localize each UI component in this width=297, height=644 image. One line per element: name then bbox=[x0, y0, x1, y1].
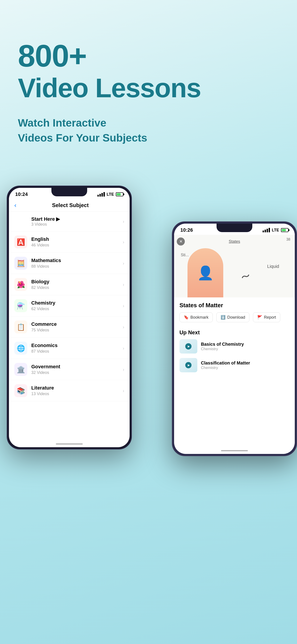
subject-name-biology: Biology bbox=[31, 279, 123, 285]
report-icon: 🚩 bbox=[257, 315, 262, 320]
subject-info-economics: Economics 87 Videos bbox=[31, 342, 123, 354]
subject-icon-biology: 🌺 bbox=[14, 278, 27, 291]
subject-item-government[interactable]: 🏛️ Government 32 Videos › bbox=[9, 359, 130, 380]
hero-section: 800+ Video Lessons Watch Interactive Vid… bbox=[0, 0, 297, 159]
battery-fill-left bbox=[117, 193, 121, 196]
subject-item-biology[interactable]: 🌺 Biology 82 Videos › bbox=[9, 274, 130, 295]
subject-name-literature: Literature bbox=[31, 385, 123, 391]
video-info: States of Matter 🔖 Bookmark ⬇️ Download … bbox=[174, 298, 295, 325]
up-next-title: Up Next bbox=[179, 330, 290, 336]
play-icon-1: ▶ bbox=[185, 343, 192, 350]
whiteboard-bg: States GAs 〜 Sti... Liquid 👤 ✕ 38 bbox=[174, 235, 295, 298]
subject-icon-mathematics: 🧮 bbox=[14, 257, 27, 270]
battery-right bbox=[281, 228, 289, 232]
subject-arrow-english: › bbox=[123, 240, 124, 245]
subject-icon-government: 🏛️ bbox=[14, 363, 27, 376]
start-here-count: 3 Videos bbox=[31, 222, 123, 227]
subject-icon-commerce: 📋 bbox=[14, 320, 27, 334]
person-silhouette: 👤 bbox=[188, 248, 223, 298]
hero-number: 800+ bbox=[18, 40, 279, 72]
subject-name-economics: Economics bbox=[31, 342, 123, 348]
download-icon: ⬇️ bbox=[221, 315, 226, 320]
signal-bars-right bbox=[263, 228, 270, 232]
subject-count-biology: 82 Videos bbox=[31, 285, 123, 290]
start-here-arrow: › bbox=[123, 219, 124, 224]
signal-bar-4 bbox=[103, 192, 105, 196]
download-button[interactable]: ⬇️ Download bbox=[216, 312, 249, 322]
video-title: States of Matter bbox=[179, 302, 290, 309]
home-indicator-left bbox=[56, 444, 83, 444]
subject-info-government: Government 32 Videos bbox=[31, 364, 123, 375]
status-icons-right: LTE bbox=[263, 228, 289, 232]
subject-count-literature: 13 Videos bbox=[31, 392, 123, 396]
whiteboard-title: States bbox=[229, 239, 240, 244]
subject-arrow-commerce: › bbox=[123, 324, 124, 330]
subject-info-mathematics: Mathematics 88 Videos bbox=[31, 258, 123, 269]
subject-item-chemistry[interactable]: ⚗️ Chemistry 62 Videos › bbox=[9, 295, 130, 316]
lte-label-left: LTE bbox=[107, 192, 114, 197]
subject-item-commerce[interactable]: 📋 Commerce 75 Videos › bbox=[9, 316, 130, 338]
up-next-thumb-1: ▶ bbox=[179, 339, 197, 354]
subject-item-mathematics[interactable]: 🧮 Mathematics 88 Videos › bbox=[9, 253, 130, 274]
subject-icon-literature: 📚 bbox=[14, 384, 27, 397]
up-next-item-1[interactable]: ▶ Basics of Chemistry Chemistry bbox=[179, 339, 290, 354]
report-button[interactable]: 🚩 Report bbox=[253, 312, 280, 322]
subject-name-government: Government bbox=[31, 364, 123, 370]
notch-right bbox=[217, 224, 252, 232]
start-here-item[interactable]: Start Here ▶ 3 Videos › bbox=[9, 212, 130, 232]
video-actions: 🔖 Bookmark ⬇️ Download 🚩 Report bbox=[179, 312, 290, 322]
up-next-info-1: Basics of Chemistry Chemistry bbox=[201, 342, 244, 351]
time-left: 10:24 bbox=[15, 192, 28, 197]
bookmark-button[interactable]: 🔖 Bookmark bbox=[179, 312, 213, 322]
subject-item-economics[interactable]: 🌐 Economics 87 Videos › bbox=[9, 338, 130, 359]
subject-count-government: 32 Videos bbox=[31, 370, 123, 375]
subject-count-economics: 87 Videos bbox=[31, 349, 123, 354]
battery-left bbox=[116, 192, 123, 196]
subject-info-biology: Biology 82 Videos bbox=[31, 279, 123, 290]
subject-item-literature[interactable]: 📚 Literature 13 Videos › bbox=[9, 380, 130, 402]
subject-icon-economics: 🌐 bbox=[14, 342, 27, 355]
report-label: Report bbox=[264, 315, 276, 320]
subject-items-container: 🅰️ English 46 Videos › 🧮 Mathematics 88 … bbox=[9, 232, 130, 402]
up-next-info-2: Classification of Matter Chemistry bbox=[201, 360, 250, 370]
up-next-subject-2: Chemistry bbox=[201, 366, 250, 370]
subject-count-english: 46 Videos bbox=[31, 243, 123, 248]
play-icon-2: ▶ bbox=[185, 362, 192, 368]
up-next-section: Up Next ▶ Basics of Chemistry Chemistry … bbox=[174, 325, 295, 381]
bookmark-icon: 🔖 bbox=[184, 315, 189, 320]
up-next-item-2[interactable]: ▶ Classification of Matter Chemistry bbox=[179, 358, 290, 372]
subject-info-chemistry: Chemistry 62 Videos bbox=[31, 300, 123, 311]
up-next-title-1: Basics of Chemistry bbox=[201, 342, 244, 347]
signal-bar-1 bbox=[97, 195, 99, 196]
phone-nav-left: ‹ Select Subject bbox=[9, 199, 130, 212]
subject-list: Start Here ▶ 3 Videos › 🅰️ English 46 Vi… bbox=[9, 212, 130, 444]
subject-name-english: English bbox=[31, 236, 123, 242]
subject-name-commerce: Commerce bbox=[31, 321, 123, 327]
left-phone: 10:24 LTE ‹ Select Subjec bbox=[7, 186, 132, 450]
subject-arrow-biology: › bbox=[123, 282, 124, 287]
signal-bar-2 bbox=[99, 194, 101, 196]
subject-arrow-economics: › bbox=[123, 346, 124, 351]
signal-bars-left bbox=[97, 192, 105, 196]
download-label: Download bbox=[227, 315, 245, 320]
squiggle-decoration: 〜 bbox=[239, 270, 252, 284]
subject-count-commerce: 75 Videos bbox=[31, 328, 123, 332]
phones-section: 10:24 LTE ‹ Select Subjec bbox=[0, 168, 297, 592]
signal-bar-3 bbox=[101, 193, 103, 196]
subject-item-english[interactable]: 🅰️ English 46 Videos › bbox=[9, 232, 130, 253]
person-area: 👤 bbox=[188, 248, 223, 298]
back-button[interactable]: ‹ bbox=[14, 202, 16, 209]
close-button[interactable]: ✕ bbox=[177, 238, 185, 246]
hero-subtitle: Watch Interactive Videos For Your Subjec… bbox=[18, 116, 279, 145]
subject-icon-english: 🅰️ bbox=[14, 236, 27, 248]
video-thumbnail: States GAs 〜 Sti... Liquid 👤 ✕ 38 bbox=[174, 235, 295, 298]
home-indicator-right bbox=[221, 450, 248, 451]
up-next-subject-1: Chemistry bbox=[201, 347, 244, 351]
start-here-name: Start Here ▶ bbox=[31, 216, 123, 222]
subject-arrow-government: › bbox=[123, 367, 124, 372]
subject-info-english: English 46 Videos bbox=[31, 236, 123, 248]
subject-info-commerce: Commerce 75 Videos bbox=[31, 321, 123, 332]
subject-arrow-literature: › bbox=[123, 388, 124, 393]
nav-title-left: Select Subject bbox=[16, 202, 124, 208]
up-next-title-2: Classification of Matter bbox=[201, 360, 250, 366]
